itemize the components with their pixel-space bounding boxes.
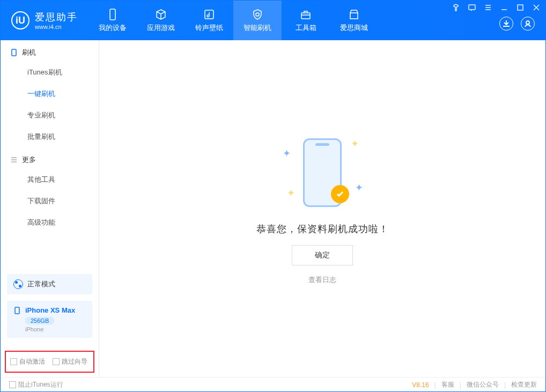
menu-icon[interactable] bbox=[483, 3, 493, 12]
nav-toolbox[interactable]: 工具箱 bbox=[282, 1, 330, 40]
svg-rect-4 bbox=[469, 5, 475, 10]
success-badge-icon bbox=[331, 185, 349, 203]
phone-icon bbox=[13, 307, 21, 314]
nav-label: 应用游戏 bbox=[147, 23, 175, 33]
nav-store[interactable]: 爱思商城 bbox=[330, 1, 378, 40]
device-box[interactable]: iPhone XS Max 256GB iPhone bbox=[7, 301, 92, 338]
minimize-button[interactable] bbox=[499, 3, 509, 12]
checkbox-label: 跳过向导 bbox=[62, 358, 87, 365]
store-icon bbox=[348, 9, 360, 20]
app-url: www.i4.cn bbox=[35, 24, 78, 30]
sidebar-item-itunes-flash[interactable]: iTunes刷机 bbox=[1, 62, 99, 83]
header-right bbox=[499, 17, 535, 31]
skin-icon[interactable] bbox=[451, 3, 461, 12]
list-icon bbox=[10, 156, 18, 164]
top-nav: 我的设备 应用游戏 铃声壁纸 智能刷机 工具箱 爱思商城 bbox=[88, 1, 378, 40]
nav-my-device[interactable]: 我的设备 bbox=[88, 1, 137, 40]
phone-icon bbox=[10, 49, 18, 56]
feedback-icon[interactable] bbox=[467, 3, 477, 12]
nav-label: 工具箱 bbox=[296, 23, 316, 33]
success-message: 恭喜您，保资料刷机成功啦！ bbox=[256, 223, 389, 235]
logo[interactable]: iU 爱思助手 www.i4.cn bbox=[1, 11, 88, 30]
svg-rect-0 bbox=[110, 9, 115, 20]
sparkle-icon: ✦ bbox=[355, 182, 363, 194]
device-storage: 256GB bbox=[25, 317, 54, 324]
ok-button[interactable]: 确定 bbox=[292, 245, 353, 265]
checkbox-label: 阻止iTunes运行 bbox=[18, 381, 63, 388]
check-update-link[interactable]: 检查更新 bbox=[511, 380, 537, 389]
body: 刷机 iTunes刷机 一键刷机 专业刷机 批量刷机 更多 其他工具 下载固件 … bbox=[1, 40, 545, 377]
sidebar-item-advanced[interactable]: 高级功能 bbox=[1, 212, 99, 233]
window-controls bbox=[451, 3, 541, 12]
header: iU 爱思助手 www.i4.cn 我的设备 应用游戏 铃声壁纸 智能刷机 工具… bbox=[1, 1, 545, 40]
wechat-link[interactable]: 微信公众号 bbox=[467, 380, 499, 389]
main-content: ✦ ✦ ✦ ✦ 恭喜您，保资料刷机成功啦！ 确定 查看日志 bbox=[99, 40, 545, 377]
footer: 阻止iTunes运行 V8.16 | 客服 | 微信公众号 | 检查更新 bbox=[1, 377, 545, 392]
support-link[interactable]: 客服 bbox=[441, 380, 454, 389]
nav-smart-flash[interactable]: 智能刷机 bbox=[233, 1, 282, 40]
logo-text: 爱思助手 www.i4.cn bbox=[35, 11, 78, 30]
checkbox-skip-guide[interactable]: 跳过向导 bbox=[53, 357, 87, 366]
device-line: iPhone bbox=[25, 326, 86, 332]
close-button[interactable] bbox=[532, 3, 541, 12]
app-title: 爱思助手 bbox=[35, 11, 78, 24]
maximize-button[interactable] bbox=[515, 3, 525, 12]
sparkle-icon: ✦ bbox=[287, 187, 295, 199]
device-icon bbox=[107, 9, 119, 20]
device-name: iPhone XS Max bbox=[25, 306, 75, 314]
checkbox-block-itunes[interactable]: 阻止iTunes运行 bbox=[9, 380, 63, 389]
cube-icon bbox=[155, 9, 167, 20]
section-title: 更多 bbox=[22, 155, 36, 165]
sidebar: 刷机 iTunes刷机 一键刷机 专业刷机 批量刷机 更多 其他工具 下载固件 … bbox=[1, 40, 99, 377]
nav-ringtones-wallpapers[interactable]: 铃声壁纸 bbox=[185, 1, 233, 40]
nav-apps-games[interactable]: 应用游戏 bbox=[137, 1, 185, 40]
svg-rect-2 bbox=[301, 13, 310, 19]
nav-label: 铃声壁纸 bbox=[195, 23, 223, 33]
logo-icon: iU bbox=[11, 11, 29, 29]
sidebar-item-download-firmware[interactable]: 下载固件 bbox=[1, 190, 99, 212]
sidebar-item-pro-flash[interactable]: 专业刷机 bbox=[1, 105, 99, 126]
svg-rect-7 bbox=[15, 307, 19, 314]
music-folder-icon bbox=[203, 9, 215, 20]
checkbox-label: 自动激活 bbox=[19, 358, 45, 365]
mode-box[interactable]: 正常模式 bbox=[7, 274, 92, 294]
download-button[interactable] bbox=[499, 17, 513, 31]
sidebar-item-batch-flash[interactable]: 批量刷机 bbox=[1, 126, 99, 147]
toolbox-icon bbox=[300, 9, 312, 20]
svg-rect-6 bbox=[12, 49, 16, 56]
sidebar-item-other-tools[interactable]: 其他工具 bbox=[1, 169, 99, 190]
view-log-link[interactable]: 查看日志 bbox=[308, 275, 336, 285]
account-button[interactable] bbox=[521, 17, 535, 31]
success-illustration: ✦ ✦ ✦ ✦ bbox=[269, 132, 376, 213]
mode-label: 正常模式 bbox=[27, 279, 55, 289]
svg-point-3 bbox=[526, 21, 529, 24]
section-title: 刷机 bbox=[22, 48, 36, 57]
svg-rect-5 bbox=[518, 5, 523, 10]
nav-label: 智能刷机 bbox=[244, 23, 271, 33]
sparkle-icon: ✦ bbox=[351, 138, 359, 150]
nav-label: 爱思商城 bbox=[340, 23, 368, 33]
section-more: 更多 bbox=[1, 147, 99, 169]
nav-label: 我的设备 bbox=[99, 23, 127, 33]
version-label: V8.16 bbox=[412, 381, 429, 389]
checkbox-auto-activate[interactable]: 自动激活 bbox=[10, 357, 45, 366]
sidebar-item-oneclick-flash[interactable]: 一键刷机 bbox=[1, 83, 99, 105]
sparkle-icon: ✦ bbox=[283, 147, 291, 159]
shield-refresh-icon bbox=[252, 9, 263, 20]
section-flash: 刷机 bbox=[1, 40, 99, 62]
flash-options-highlight: 自动激活 跳过向导 bbox=[5, 351, 94, 373]
mode-icon bbox=[13, 279, 23, 289]
